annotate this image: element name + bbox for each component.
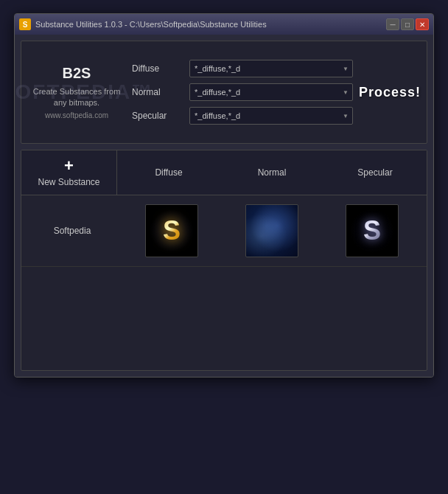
specular-column-header: Specular [323,161,427,184]
b2s-website: www.softpedia.com [45,111,108,119]
window-controls: ─ □ ✕ [386,18,429,30]
close-button[interactable]: ✕ [416,18,429,30]
process-button[interactable]: Process! [360,49,419,136]
settings-section: Diffuse *_diffuse,*_d Normal *_diffuse,*… [132,49,353,136]
top-panel: SOFTPEDIA™ B2S Create Substances from an… [21,41,427,144]
b2s-subtitle: Create Substances from any bitmaps. [29,86,125,109]
main-window: S Substance Utilities 1.0.3 - C:\Users\S… [14,13,434,378]
main-content: SOFTPEDIA™ B2S Create Substances from an… [15,35,433,377]
diffuse-select[interactable]: *_diffuse,*_d [189,60,353,77]
minimize-button[interactable]: ─ [386,18,399,30]
normal-thumbnail[interactable] [245,204,298,257]
new-substance-button[interactable]: + New Substance [21,150,117,195]
specular-select-wrapper: *_diffuse,*_d [189,107,353,125]
b2s-title: B2S [63,65,91,82]
b2s-section: SOFTPEDIA™ B2S Create Substances from an… [29,49,125,136]
specular-thumbnail[interactable] [346,204,399,257]
normal-row: Normal *_diffuse,*_d [132,83,353,101]
new-substance-plus-icon: + [64,158,74,174]
app-icon: S [19,18,31,30]
specular-row: Specular *_diffuse,*_d [132,107,353,125]
title-bar: S Substance Utilities 1.0.3 - C:\Users\S… [15,14,433,35]
diffuse-select-wrapper: *_diffuse,*_d [189,60,353,77]
diffuse-row: Diffuse *_diffuse,*_d [132,60,353,77]
column-headers: Diffuse Normal Specular [117,161,427,184]
normal-select-wrapper: *_diffuse,*_d [189,83,353,101]
new-substance-label: New Substance [38,177,99,187]
substance-list-panel: + New Substance Diffuse Normal Specular … [21,150,427,371]
normal-column-header: Normal [220,161,323,184]
maximize-button[interactable]: □ [401,18,414,30]
diffuse-label: Diffuse [132,63,183,74]
diffuse-thumbnail[interactable] [145,204,198,257]
table-row: Softpedia [21,195,427,267]
specular-select[interactable]: *_diffuse,*_d [189,107,353,125]
normal-label: Normal [132,87,183,97]
window-title: Substance Utilities 1.0.3 - C:\Users\Sof… [35,20,386,29]
specular-label: Specular [132,111,183,121]
diffuse-column-header: Diffuse [117,161,220,184]
substance-name: Softpedia [24,223,120,239]
substance-images [120,201,424,260]
substance-header: + New Substance Diffuse Normal Specular [21,150,427,195]
normal-select[interactable]: *_diffuse,*_d [189,83,353,101]
